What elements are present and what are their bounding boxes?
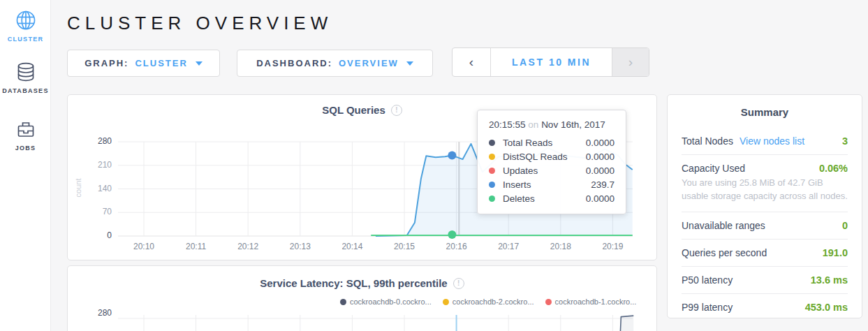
time-window-next-button[interactable]: › [612,48,649,76]
series-dot-icon [489,196,495,202]
sidebar: CLUSTER DATABASES JOBS [0,0,51,331]
y-tick-label: 140 [68,184,112,193]
x-tick-label: 20:12 [230,242,265,251]
capacity-note: You are using 25.8 MiB of 42.7 GiB usabl… [682,177,848,203]
dashboard-dropdown[interactable]: DASHBOARD: OVERVIEW [237,50,433,77]
graph-dropdown-value: CLUSTER [135,58,187,68]
capacity-used-row: Capacity Used 0.06% You are using 25.8 M… [682,155,848,212]
x-tick-label: 20:10 [126,242,161,251]
chevron-down-icon [406,61,413,66]
x-tick-label: 20:11 [179,242,214,251]
series-dot-icon [489,168,495,174]
sidebar-item-label: JOBS [0,145,51,152]
graph-dropdown-label: GRAPH: [84,58,128,68]
summary-panel: Summary Total Nodes View nodes list 3 Ca… [667,94,862,318]
x-tick-label: 20:17 [491,242,526,251]
service-latency-chart-canvas[interactable] [68,266,658,331]
sidebar-item-cluster[interactable]: CLUSTER [0,9,51,43]
total-nodes-row: Total Nodes View nodes list 3 [682,128,848,155]
dashboard-dropdown-label: DASHBOARD: [256,58,332,68]
tooltip-row: Deletes 0.0000 [489,191,615,205]
view-nodes-list-link[interactable]: View nodes list [740,135,804,147]
time-window-selector: ‹ LAST 10 MIN › [452,47,649,77]
sidebar-item-label: DATABASES [0,87,51,94]
globe-icon [15,9,37,31]
y-tick-label: 280 [68,136,112,146]
tooltip-row: Total Reads 0.0000 [489,135,615,149]
cluster-overview-page: CLUSTER DATABASES JOBS CLUSTER OVERVIEW … [0,0,868,331]
chevron-down-icon [196,61,203,66]
x-tick-label: 20:18 [543,242,578,251]
x-tick-label: 20:14 [334,242,369,251]
chevron-right-icon: › [628,54,633,70]
unavailable-ranges-row: Unavailable ranges 0 [682,212,848,240]
capacity-used-value: 0.06% [819,163,848,174]
chevron-left-icon: ‹ [469,54,473,70]
series-dot-icon [489,182,495,188]
x-tick-label: 20:19 [595,242,630,251]
sidebar-item-label: CLUSTER [0,36,51,43]
series-dot-icon [489,154,495,160]
sidebar-item-databases[interactable]: DATABASES [0,61,51,94]
total-nodes-value: 3 [842,135,848,147]
service-latency-chart-card: Service Latency: SQL, 99th percentile ! … [67,265,657,331]
tooltip-timestamp: 20:15:55 on Nov 16th, 2017 [489,119,615,130]
x-tick-label: 20:15 [387,242,422,251]
time-window-prev-button[interactable]: ‹ [453,48,491,76]
queries-per-second-row: Queries per second 191.0 [682,240,848,267]
series-dot-icon [489,140,495,146]
page-title: CLUSTER OVERVIEW [67,13,332,34]
tooltip-row: Inserts 239.7 [489,177,615,191]
x-tick-label: 20:13 [283,242,318,251]
dashboard-dropdown-value: OVERVIEW [339,58,399,68]
databases-icon [15,61,37,83]
chart-tooltip: 20:15:55 on Nov 16th, 2017 Total Reads 0… [477,110,626,214]
y-tick-label: 210 [68,160,112,170]
graph-dropdown[interactable]: GRAPH: CLUSTER [67,50,220,77]
p50-latency-row: P50 latency 13.6 ms [682,267,848,294]
tooltip-row: Updates 0.0000 [489,163,615,177]
y-tick-label: 70 [68,207,112,216]
x-tick-label: 20:16 [439,242,474,251]
time-window-range-button[interactable]: LAST 10 MIN [491,48,612,76]
briefcase-icon [15,118,37,140]
y-tick-label: 0 [68,230,112,240]
tooltip-row: DistSQL Reads 0.0000 [489,149,615,163]
sidebar-item-jobs[interactable]: JOBS [0,118,51,152]
summary-title: Summary [682,95,848,128]
p99-latency-row: P99 latency 453.0 ms [682,294,848,321]
